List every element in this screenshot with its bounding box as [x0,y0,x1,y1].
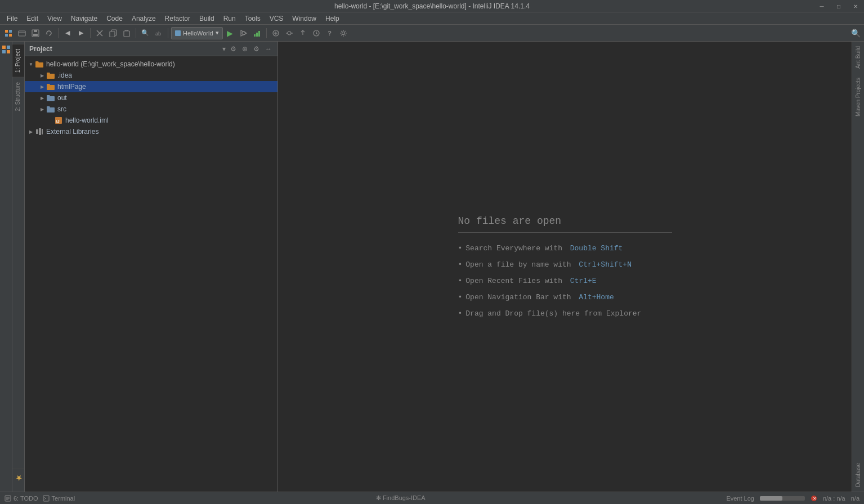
status-event-log[interactable]: Event Log [726,495,754,502]
svg-rect-29 [7,46,10,49]
menu-bar: File Edit View Navigate Code Analyze Ref… [0,12,864,25]
menu-edit[interactable]: Edit [22,12,43,25]
tree-item-htmlpage[interactable]: ▶ htmlPage [25,81,277,92]
svg-point-23 [288,32,291,35]
svg-rect-2 [5,34,8,37]
toolbar-cut-btn[interactable] [93,27,106,39]
no-files-title: No files are open [458,215,672,233]
status-todo[interactable]: 6: TODO [5,495,38,502]
terminal-label: Terminal [52,495,75,502]
vcs-push-btn[interactable] [297,27,309,39]
toolbar-forward-btn[interactable]: ▶ [75,27,87,39]
tree-item-external-libs[interactable]: ▶ External Libraries [25,126,277,137]
minimize-button[interactable]: ─ [813,0,830,12]
toolbar-search-everywhere-btn[interactable]: 🔍 [849,27,862,39]
status-terminal[interactable]: Terminal [43,495,75,502]
toolbar-open-btn[interactable] [16,27,28,39]
iml-file-icon: iJ [54,116,63,125]
run-config-label: HelloWorld [183,30,213,37]
toolbar-sync-btn[interactable] [43,27,55,39]
error-circle-icon: ✕ [811,495,817,502]
tree-item-out-label: out [57,94,67,102]
menu-help[interactable]: Help [321,12,344,25]
terminal-icon [43,495,50,502]
dropdown-arrow-icon: ▾ [216,29,219,37]
menu-refactor[interactable]: Refactor [160,12,195,25]
tab-structure[interactable]: 2: Structure [12,77,24,116]
tab-favorites[interactable]: ★ [12,469,24,487]
toolbar-save-btn[interactable] [29,27,42,39]
svg-rect-1 [9,30,12,33]
tree-item-idea[interactable]: ▶ .idea [25,70,277,81]
menu-window[interactable]: Window [288,12,321,25]
caret-label: n/a [851,495,859,502]
shortcut-drag-drop: Drag and Drop file(s) here from Explorer [458,309,642,318]
svg-rect-31 [7,50,10,53]
tree-root[interactable]: ▼ hello-world (E:\git_work_space\hello-w… [25,58,277,70]
menu-tools[interactable]: Tools [240,12,265,25]
menu-file[interactable]: File [2,12,22,25]
toolbar-sep-4 [168,28,168,38]
project-panel: Project ▾ ⚙ ⊕ ⚙ ↔ ▼ hello-world (E:\git_… [25,42,278,492]
menu-view[interactable]: View [43,12,66,25]
tab-ant-build[interactable]: Ant Build [853,42,863,73]
toolbar-back-btn[interactable]: ◀ [61,27,74,39]
vcs-history-btn[interactable] [310,27,323,39]
shortcut-text-5: Drag and Drop file(s) here from Explorer [465,309,641,318]
tree-item-src[interactable]: ▶ src [25,104,277,115]
close-button[interactable]: ✕ [847,0,864,12]
toolbar-copy-btn[interactable] [107,27,119,39]
shortcut-list: Search Everywhere with Double Shift Open… [458,244,642,318]
no-files-container: No files are open Search Everywhere with… [447,204,683,329]
menu-analyze[interactable]: Analyze [127,12,160,25]
window-controls: ─ □ ✕ [813,0,864,12]
svg-rect-11 [110,32,115,37]
toolbar-settings-btn[interactable] [337,27,350,39]
run-btn[interactable]: ▶ [224,27,236,39]
svg-rect-28 [2,46,6,49]
vcs-commit-btn[interactable] [283,27,296,39]
idea-arrow: ▶ [38,71,46,79]
panel-scroll-icon[interactable]: ⊕ [241,45,249,53]
toolbar-help-btn[interactable]: ? [324,27,336,39]
toolbar-find-btn[interactable]: 🔍 [139,27,151,39]
toolbar-paste-btn[interactable] [120,27,133,39]
maximize-button[interactable]: □ [830,0,847,12]
tree-item-idea-label: .idea [57,71,72,79]
svg-point-27 [342,32,344,34]
vcs-update-btn[interactable] [270,27,282,39]
menu-vcs[interactable]: VCS [265,12,288,25]
svg-rect-12 [124,31,129,37]
menu-run[interactable]: Run [219,12,240,25]
tree-item-src-label: src [57,105,66,113]
ext-libs-arrow: ▶ [27,128,35,136]
toolbar-sep-5 [266,28,267,38]
toolbar: ◀ ▶ 🔍 ab HelloWorld ▾ ▶ ? 🔍 [0,25,864,42]
shortcut-text-2: Open a file by name with [465,260,575,269]
panel-gear-icon[interactable]: ⚙ [252,45,261,53]
menu-build[interactable]: Build [195,12,219,25]
tree-item-htmlpage-label: htmlPage [57,83,86,91]
toolbar-replace-btn[interactable]: ab [153,27,165,39]
tab-database[interactable]: Database [853,458,863,492]
out-folder-icon [46,93,55,102]
shortcut-key-ctrl-shift-n: Ctrl+Shift+N [579,260,632,269]
panel-expand-icon[interactable]: ↔ [264,45,273,53]
status-caret: n/a [851,495,859,502]
tab-maven-projects[interactable]: Maven Projects [853,73,863,121]
run-config-dropdown[interactable]: HelloWorld ▾ [171,27,223,39]
svg-rect-6 [34,30,37,32]
menu-code[interactable]: Code [102,12,127,25]
todo-icon [5,495,11,502]
tab-project[interactable]: 1: Project [12,44,24,77]
window-title: hello-world - [E:\git_work_space\hello-w… [334,2,530,10]
panel-settings-icon[interactable]: ⚙ [229,45,238,53]
debug-btn[interactable] [238,27,250,39]
panel-dropdown-icon[interactable]: ▾ [222,45,226,53]
shortcut-open-by-name: Open a file by name with Ctrl+Shift+N [458,260,642,269]
coverage-btn[interactable] [251,27,263,39]
tree-item-out[interactable]: ▶ out [25,92,277,104]
tree-item-iml[interactable]: iJ hello-world.iml [25,115,277,126]
toolbar-intellij-icon[interactable] [2,27,15,39]
menu-navigate[interactable]: Navigate [66,12,102,25]
